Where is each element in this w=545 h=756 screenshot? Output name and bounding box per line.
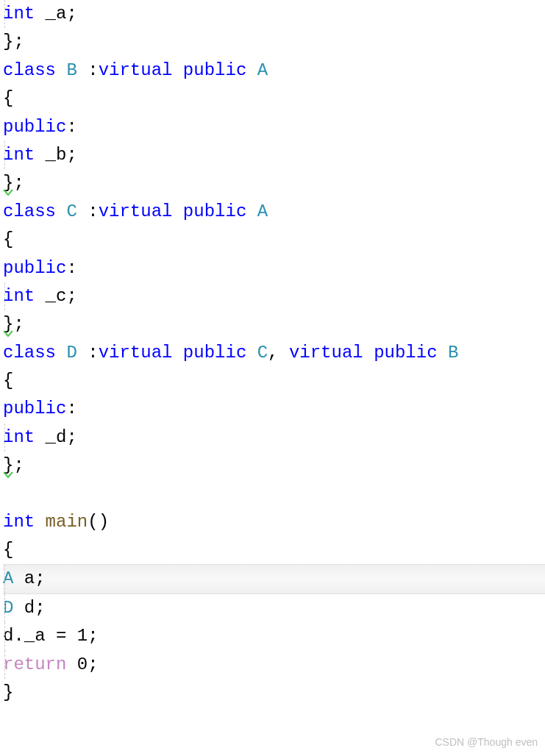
keyword-class: class xyxy=(3,198,56,226)
code-line: }; xyxy=(3,28,545,56)
keyword-public: public xyxy=(172,339,257,367)
code-line-highlighted: A a; xyxy=(3,564,545,593)
open-brace: { xyxy=(3,85,13,113)
code-line: return 0; xyxy=(3,651,545,679)
keyword-int: int xyxy=(3,508,35,536)
variable: _a; xyxy=(35,0,77,28)
colon: : xyxy=(88,198,98,226)
code-line: } xyxy=(3,679,545,707)
code-line: class B :virtual public A xyxy=(3,57,545,85)
marker-icon xyxy=(3,189,13,196)
keyword-public: public xyxy=(3,254,66,282)
code-line: }; xyxy=(3,452,545,479)
keyword-public: public xyxy=(3,113,66,141)
class-name: C xyxy=(257,339,268,367)
variable: _d; xyxy=(35,424,77,452)
keyword-virtual: virtual xyxy=(289,339,363,367)
variable: _b; xyxy=(35,141,77,169)
code-line: int _d; xyxy=(3,424,545,452)
code-line: class D :virtual public C, virtual publi… xyxy=(3,339,545,367)
code-line: public: xyxy=(3,113,545,141)
class-name: A xyxy=(257,57,268,85)
class-name: D xyxy=(56,339,88,367)
parentheses: () xyxy=(88,508,109,536)
keyword-virtual: virtual xyxy=(99,198,173,226)
close-brace: } xyxy=(3,679,13,707)
keyword-public: public xyxy=(3,395,66,423)
class-name: C xyxy=(56,198,88,226)
code-line: { xyxy=(3,85,545,113)
code-line: class C :virtual public A xyxy=(3,198,545,226)
code-line: public: xyxy=(3,395,545,423)
comma: , xyxy=(268,339,289,367)
keyword-public: public xyxy=(363,339,448,367)
colon: : xyxy=(66,113,76,141)
code-line: int _b; xyxy=(3,141,545,169)
class-name: B xyxy=(56,57,88,85)
return-value: 0; xyxy=(66,651,98,679)
keyword-virtual: virtual xyxy=(99,57,173,85)
keyword-virtual: virtual xyxy=(99,339,173,367)
code-editor: int _a; }; class B :virtual public A { p… xyxy=(0,0,545,707)
watermark: CSDN @Though even xyxy=(435,734,538,750)
keyword-int: int xyxy=(3,424,35,452)
keyword-int: int xyxy=(3,141,35,169)
keyword-int: int xyxy=(3,282,35,310)
colon: : xyxy=(66,395,76,423)
code-line: int main() xyxy=(3,508,545,536)
function-name: main xyxy=(35,508,88,536)
code-line: int _c; xyxy=(3,282,545,310)
variable: a; xyxy=(13,565,45,593)
code-line xyxy=(3,480,545,508)
code-line: public: xyxy=(3,254,545,282)
keyword-return: return xyxy=(3,651,66,679)
code-line: }; xyxy=(3,169,545,197)
variable: _c; xyxy=(35,282,77,310)
colon: : xyxy=(66,254,76,282)
class-name: B xyxy=(448,339,458,367)
keyword-class: class xyxy=(3,57,56,85)
keyword-public: public xyxy=(172,57,257,85)
code-line: { xyxy=(3,536,545,564)
marker-icon xyxy=(3,471,13,479)
keyword-class: class xyxy=(3,339,56,367)
code-line: { xyxy=(3,367,545,395)
keyword-public: public xyxy=(172,198,257,226)
code-line: int _a; xyxy=(3,0,545,28)
variable: d; xyxy=(13,594,45,622)
statement: d._a = 1; xyxy=(3,622,99,650)
colon: : xyxy=(88,57,98,85)
code-line: D d; xyxy=(3,594,545,622)
keyword-int: int xyxy=(3,0,35,28)
open-brace: { xyxy=(3,226,13,254)
colon: : xyxy=(88,339,98,367)
close-brace: }; xyxy=(3,28,24,56)
class-name: A xyxy=(257,198,268,226)
code-line: d._a = 1; xyxy=(3,622,545,650)
open-brace: { xyxy=(3,367,13,395)
marker-icon xyxy=(3,330,13,338)
code-line: { xyxy=(3,226,545,254)
open-brace: { xyxy=(3,536,13,564)
code-line: }; xyxy=(3,310,545,338)
